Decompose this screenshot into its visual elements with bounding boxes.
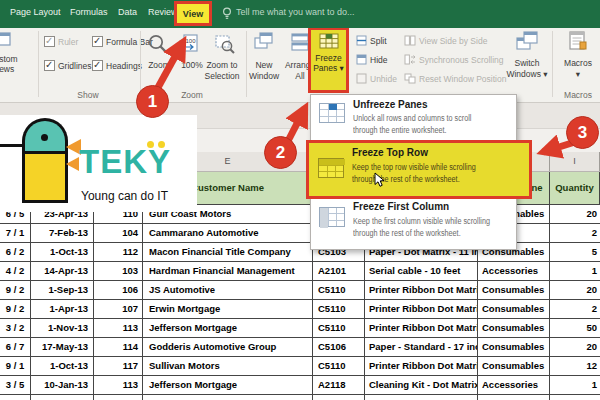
- step-badge-2: 2: [264, 136, 297, 169]
- mouse-cursor: [374, 172, 388, 188]
- zoom-group-label: Zoom: [162, 90, 222, 100]
- freeze-top-row-icon: [318, 158, 344, 178]
- custom-views-icon: [0, 30, 14, 50]
- checkbox-formula-bar[interactable]: Formula Bar: [92, 36, 153, 47]
- zoom-100-icon: 100: [180, 33, 202, 55]
- view-side-by-side-icon: [404, 35, 416, 46]
- checkbox-gridlines[interactable]: Gridlines: [44, 60, 92, 71]
- headings-checkbox-icon[interactable]: [92, 60, 103, 71]
- unfreeze-panes-icon: [319, 103, 345, 123]
- unhide-icon: [356, 73, 367, 84]
- step-badge-1: 1: [136, 85, 169, 118]
- ribbon-tab-bar: Page Layout Formulas Data Review View Te…: [0, 0, 600, 28]
- new-window-icon: [254, 32, 274, 52]
- zoom-magnifier-icon: [147, 33, 169, 55]
- custom-views-button[interactable]: Custom Views: [0, 30, 32, 74]
- tab-formulas[interactable]: Formulas: [70, 7, 108, 17]
- table-row[interactable]: 9 / 21-Apr-13107Erwin MortgageC5110Print…: [0, 300, 600, 319]
- menu-item-freeze-top-row[interactable]: Freeze Top Row Keep the top row visible …: [306, 140, 532, 199]
- brand-name: TEKY: [79, 143, 171, 181]
- teky-logo: TEKY Young can do IT: [0, 115, 197, 212]
- tab-page-layout[interactable]: Page Layout: [10, 7, 61, 17]
- tell-me-box[interactable]: Tell me what you want to do...: [236, 7, 355, 17]
- checkbox-ruler[interactable]: Ruler: [44, 36, 78, 47]
- synchronous-scrolling-icon: [404, 54, 416, 65]
- freeze-first-column-icon: [319, 207, 345, 227]
- header-quantity: Quantity: [550, 172, 600, 204]
- table-row[interactable]: 6 / 717-May-13114Godderis Automotive Gro…: [0, 338, 600, 357]
- tab-view-active[interactable]: View: [174, 1, 212, 26]
- formula-bar-checkbox-icon[interactable]: [92, 36, 103, 47]
- table-row[interactable]: 9 / 11-Oct-13117Sullivan MotorsC5110Prin…: [0, 357, 600, 376]
- step-badge-3: 3: [566, 116, 599, 149]
- checkbox-headings[interactable]: Headings: [92, 60, 142, 71]
- arrange-all-icon: [290, 32, 310, 52]
- ruler-checkbox-icon[interactable]: [44, 36, 55, 47]
- brand-tagline: Young can do IT: [81, 189, 168, 203]
- table-row[interactable]: 9 / 21-Sep-13106JS AutomotiveC5110Printe…: [0, 281, 600, 300]
- freeze-panes-icon: [319, 33, 339, 49]
- table-row[interactable]: [0, 395, 600, 400]
- zoom-to-selection-icon: [214, 33, 236, 55]
- reset-window-position-icon: [404, 73, 416, 84]
- show-group-label: Show: [58, 90, 118, 100]
- macros-group-label: Macros: [556, 90, 600, 100]
- table-row[interactable]: 3 / 510-Jan-13113Jefferson MortgageA2118…: [0, 376, 600, 395]
- ribbon-view: Custom Views Ruler Formula Bar Gridlines…: [0, 28, 600, 103]
- split-icon: [356, 35, 367, 46]
- switch-windows-icon: [516, 31, 538, 51]
- lightbulb-icon: [222, 6, 232, 24]
- table-row[interactable]: 4 / 214-Apr-13103Hardman Financial Manag…: [0, 262, 600, 281]
- column-letter-i[interactable]: I: [550, 152, 600, 171]
- freeze-panes-button[interactable]: Freeze Panes ▾: [308, 27, 349, 93]
- excel-window: Page Layout Formulas Data Review View Te…: [0, 0, 600, 400]
- svg-text:100: 100: [186, 38, 197, 44]
- hide-icon: [356, 54, 367, 65]
- gridlines-checkbox-icon[interactable]: [44, 60, 55, 71]
- tab-data[interactable]: Data: [118, 7, 137, 17]
- table-row[interactable]: 3 / 21-Nov-13113Jefferson MortgageC5110P…: [0, 319, 600, 338]
- macros-icon: [568, 31, 588, 51]
